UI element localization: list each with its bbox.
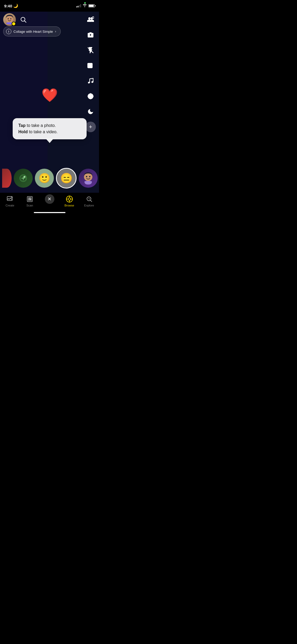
status-right [76,4,95,8]
selected-lens-emoji: 😑 [60,172,73,184]
close-button[interactable]: ✕ [45,194,54,204]
night-mode-button[interactable] [85,106,96,117]
flip-camera-button[interactable] [85,30,96,40]
browse-label: Browse [64,204,74,207]
browse-icon [66,195,73,203]
top-controls [0,12,99,27]
lens-icon [87,93,94,100]
signal-bars [76,4,81,7]
status-time: 9:40 🌙 [4,3,18,8]
explore-icon [86,195,93,203]
video-icon [87,62,94,69]
right-sidebar: + [85,12,96,132]
avatar-lens-icon [80,170,96,186]
hold-suffix: to take a video. [28,130,58,134]
lens-item-partial[interactable] [2,169,12,188]
close-icon: ✕ [48,196,51,202]
add-friend-button[interactable] [85,14,96,25]
svg-rect-32 [28,199,29,200]
info-banner[interactable]: i Collage with Heart Simple › [3,26,61,36]
nav-item-scan[interactable]: Scan [22,195,38,207]
scan-icon [26,195,34,203]
moon-icon: 🌙 [13,3,18,8]
wifi-icon [83,4,87,8]
info-banner-text: Collage with Heart Simple [13,30,53,34]
svg-rect-30 [28,198,29,199]
home-indicator [34,212,65,213]
signal-bar-3 [79,5,80,7]
time-display: 9:40 [4,4,12,8]
plus-icon: + [89,123,92,130]
scan-label: Scan [26,204,33,207]
scan-svg-icon [26,196,33,203]
bottom-nav: Create Scan ✕ Browse [0,193,99,215]
lens-add-icon [20,174,27,182]
svg-rect-29 [27,196,32,202]
lens-button[interactable] [85,91,96,102]
info-icon: i [6,29,11,34]
music-button[interactable] [85,76,96,86]
add-friend-icon [87,16,94,23]
browse-svg-icon [66,195,73,203]
svg-point-34 [68,198,70,200]
svg-point-2 [10,18,11,19]
svg-point-26 [86,176,87,177]
lens-selector: 🙂 😑 😺 [0,164,99,193]
explore-label: Explore [84,204,94,207]
more-options-button[interactable]: + [85,122,96,132]
lens-item-add[interactable] [14,169,33,188]
signal-bar-4 [80,4,81,7]
green-dot [84,2,86,4]
info-chevron-icon: › [55,30,56,33]
create-svg-icon [7,196,13,203]
search-icon [20,16,27,23]
tooltip-text: Tap to take a photo. Hold to take a vide… [18,122,81,135]
lens-item-selected[interactable]: 😑 [56,168,77,188]
tap-suffix: to take a photo. [26,123,56,128]
heart-emoji: ❤️ [41,88,58,103]
nav-item-create[interactable]: Create [2,195,18,207]
avatar-container[interactable] [3,13,16,26]
signal-bar-1 [76,6,77,7]
lens-item-smiley[interactable]: 🙂 [35,169,54,188]
flip-camera-icon [87,31,94,38]
flash-off-button[interactable] [85,45,96,56]
svg-line-4 [25,21,26,22]
explore-svg-icon [86,196,93,203]
night-mode-icon [87,108,94,115]
create-icon [6,195,14,203]
svg-rect-31 [30,198,31,199]
battery-indicator [88,4,95,7]
capture-tooltip: Tap to take a photo. Hold to take a vide… [13,118,87,139]
svg-point-1 [8,18,9,19]
svg-rect-9 [88,63,92,68]
flash-off-icon [87,47,94,54]
hold-bold: Hold [18,130,28,134]
nav-item-explore[interactable]: Explore [81,195,97,207]
create-label: Create [6,204,14,207]
nav-item-close[interactable]: ✕ [42,195,58,204]
svg-point-17 [89,95,92,98]
battery-fill [89,5,94,7]
lens-item-avatar[interactable] [79,169,98,188]
music-icon [87,77,94,84]
avatar-badge [12,22,16,26]
svg-point-27 [89,176,91,177]
search-button[interactable] [18,14,29,25]
smiley-emoji: 🙂 [39,173,50,184]
status-bar: 9:40 🌙 [0,0,99,12]
signal-bar-2 [78,6,78,7]
nav-item-browse[interactable]: Browse [62,195,77,207]
video-button[interactable] [85,60,96,71]
tap-bold: Tap [18,123,26,128]
